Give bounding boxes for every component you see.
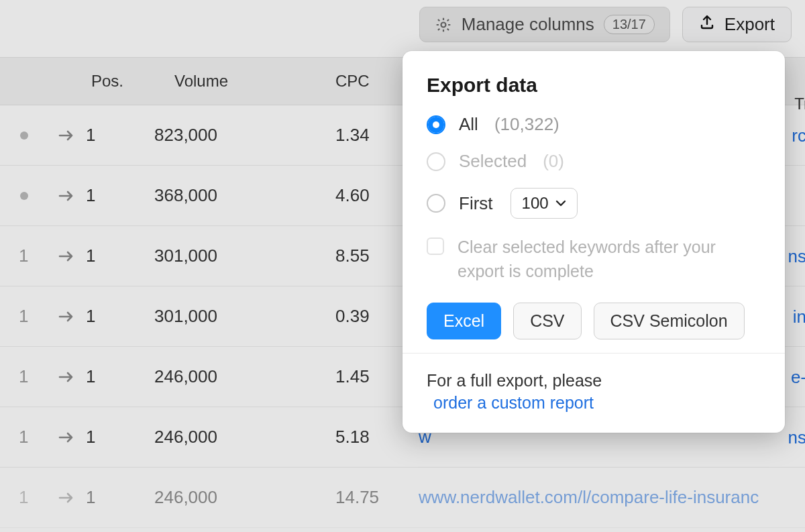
footer-text: For a full export, please [427,371,602,390]
export-option-selected: Selected (0) [427,151,761,172]
export-option-selected-label: Selected [459,151,527,172]
radio-unchecked-icon [427,152,445,171]
row-index: 1 [19,487,54,508]
volume-value: 301,000 [141,246,302,266]
volume-value: 246,000 [141,366,302,387]
cpc-value: 1.45 [302,366,416,387]
cpc-value: 4.60 [302,185,416,206]
position-value: 1 [86,366,95,387]
upload-icon [699,14,715,35]
row-index: 1 [19,366,54,387]
position-value: 1 [86,487,95,508]
arrow-right-icon [58,310,75,323]
volume-value: 368,000 [141,185,302,206]
row-index: 1 [19,306,54,327]
position-value: 1 [86,306,95,327]
row-index: 1 [19,246,54,266]
arrow-right-icon [58,431,75,444]
first-count-value: 100 [522,194,549,213]
radio-unchecked-icon [427,194,445,213]
position-value: 1 [86,185,95,206]
position-value: 1 [86,246,95,266]
cpc-value: 8.55 [302,246,416,266]
volume-value: 823,000 [141,125,302,146]
export-button-label: Export [724,14,775,35]
export-format-csv-semicolon[interactable]: CSV Semicolon [594,303,745,339]
chevron-down-icon [555,199,566,207]
cpc-value: 5.18 [302,427,416,447]
arrow-right-icon [58,370,75,384]
export-option-all-count: (10,322) [494,114,559,135]
export-button[interactable]: Export [682,7,792,42]
export-option-selected-count: (0) [543,151,564,172]
arrow-right-icon [58,189,75,203]
volume-value: 246,000 [141,487,302,508]
row-right-fragment: ns [788,246,805,267]
export-option-first-label: First [459,193,493,214]
radio-checked-icon [427,115,445,134]
volume-value: 301,000 [141,306,302,327]
clear-selected-checkbox-row: Clear selected keywords after your expor… [427,235,761,284]
arrow-right-icon [58,491,75,504]
row-right-fragment: in [793,307,805,327]
toolbar: Manage columns 13/17 Export [419,7,792,42]
col-volume[interactable]: Volume [141,72,302,91]
cpc-value: 1.34 [302,125,416,146]
gear-icon [435,16,452,34]
export-format-row: Excel CSV CSV Semicolon [427,303,761,339]
row-right-fragment: e- [791,367,805,388]
manage-columns-button[interactable]: Manage columns 13/17 [419,7,670,42]
cpc-value: 14.75 [302,487,416,508]
table-row[interactable]: 11246,00014.75www.nerdwallet.com/l/compa… [0,468,805,528]
export-popover-footer: For a full export, please order a custom… [402,353,785,433]
export-option-first[interactable]: First 100 [427,188,761,219]
first-count-select[interactable]: 100 [511,188,578,219]
row-right-fragment: ns [788,427,805,448]
volume-value: 246,000 [141,427,302,447]
svg-point-0 [441,22,445,27]
columns-count-badge: 13/17 [604,15,655,34]
col-pos[interactable]: Pos. [54,72,141,91]
export-option-all[interactable]: All (10,322) [427,114,761,135]
status-dot-icon [20,192,28,200]
manage-columns-label: Manage columns [462,14,594,35]
position-value: 1 [86,125,95,146]
col-cpc[interactable]: CPC [302,72,416,91]
row-right-fragment: rc [792,125,805,146]
export-popover: Export data All (10,322) Selected (0) Fi… [402,51,785,433]
status-dot-icon [20,131,28,140]
row-index: 1 [19,427,54,447]
export-option-all-label: All [459,114,478,135]
cpc-value: 0.39 [302,306,416,327]
checkbox-unchecked-icon[interactable] [427,237,444,255]
order-custom-report-link[interactable]: order a custom report [427,393,761,413]
clear-selected-label: Clear selected keywords after your expor… [458,235,761,284]
position-value: 1 [86,427,95,447]
arrow-right-icon [58,129,75,142]
arrow-right-icon [58,250,75,263]
export-format-excel[interactable]: Excel [427,303,501,339]
url-link[interactable]: www.nerdwallet.com/l/compare-life-insura… [416,487,805,508]
export-format-csv[interactable]: CSV [513,303,581,339]
export-popover-title: Export data [427,74,761,97]
